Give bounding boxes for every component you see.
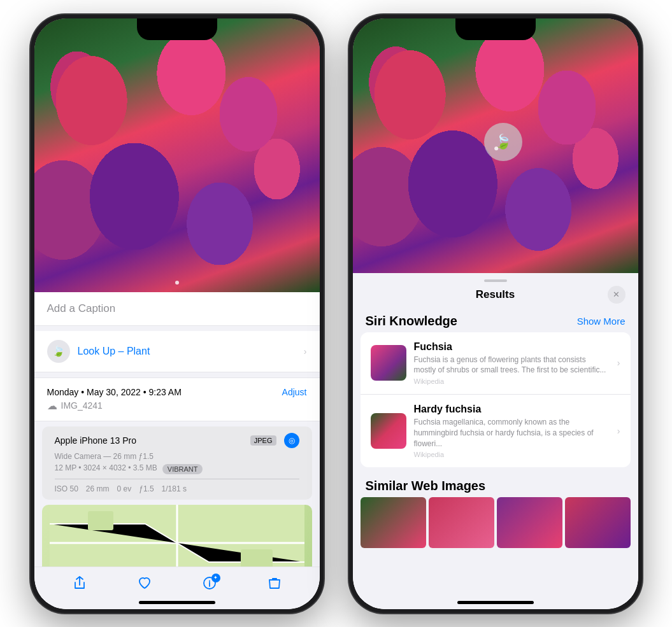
knowledge-item-hardy[interactable]: Hardy fuchsia Fuchsia magellanica, commo… — [361, 394, 631, 467]
notch-2 — [455, 18, 536, 40]
web-image-4[interactable] — [565, 497, 631, 548]
lookup-label: Look Up – Plant — [78, 346, 150, 357]
lookup-chevron: › — [304, 346, 307, 356]
phone-inner-2: 🍃 Results ✕ Siri Knowledge Show More — [353, 18, 638, 609]
phone-inner: Add a Caption 🍃 Look Up – Plant › Monday — [34, 18, 320, 609]
ev-value: 0 ev — [117, 484, 132, 493]
fuchsia-chevron: › — [617, 358, 620, 368]
hardy-text: Hardy fuchsia Fuchsia magellanica, commo… — [414, 404, 610, 458]
knowledge-item-fuchsia[interactable]: Fuchsia Fuchsia is a genus of flowering … — [361, 332, 631, 395]
resolution-row: 12 MP • 3024 × 4032 • 3.5 MB VIBRANT — [55, 463, 299, 475]
filename-row: ☁ IMG_4241 — [47, 400, 307, 412]
hardy-desc: Fuchsia magellanica, commonly known as t… — [414, 417, 610, 449]
phone-screen-2: 🍃 Results ✕ Siri Knowledge Show More — [353, 18, 638, 609]
lookup-row[interactable]: 🍃 Look Up – Plant › — [34, 331, 320, 372]
location-button[interactable]: ◎ — [284, 433, 299, 448]
visual-search-button[interactable]: 🍃 — [484, 123, 522, 161]
hardy-thumbnail — [371, 413, 406, 449]
photo-info-panel: Add a Caption 🍃 Look Up – Plant › Monday — [34, 292, 320, 567]
fuchsia-text: Fuchsia Fuchsia is a genus of flowering … — [414, 341, 610, 386]
fuchsia-desc: Fuchsia is a genus of flowering plants t… — [414, 355, 610, 376]
phone-screen: Add a Caption 🍃 Look Up – Plant › Monday — [34, 18, 320, 609]
adjust-button[interactable]: Adjust — [282, 387, 307, 397]
web-images-section: Similar Web Images — [361, 472, 631, 548]
search-dot — [494, 146, 498, 150]
hardy-chevron: › — [617, 426, 620, 436]
results-sheet: Results ✕ Siri Knowledge Show More — [353, 273, 638, 609]
caption-area[interactable]: Add a Caption — [34, 292, 320, 326]
aperture-value: ƒ1.5 — [139, 484, 154, 493]
show-more-button[interactable]: Show More — [577, 316, 626, 327]
camera-top-row: Apple iPhone 13 Pro JPEG ◎ — [55, 433, 299, 448]
resolution-text: 12 MP • 3024 × 4032 • 3.5 MB — [55, 463, 157, 472]
favorite-button[interactable] — [138, 576, 152, 590]
date-row: Monday • May 30, 2022 • 9:23 AM Adjust — [47, 387, 307, 397]
camera-section: Apple iPhone 13 Pro JPEG ◎ Wide Camera —… — [42, 426, 312, 500]
phone-2: 🍃 Results ✕ Siri Knowledge Show More — [349, 15, 642, 613]
siri-knowledge-title: Siri Knowledge — [366, 314, 457, 328]
camera-model: Apple iPhone 13 Pro — [55, 435, 136, 446]
hardy-source: Wikipedia — [414, 451, 610, 458]
web-image-3[interactable] — [497, 497, 562, 548]
date-text: Monday • May 30, 2022 • 9:23 AM — [47, 387, 182, 397]
notch — [137, 18, 217, 40]
fuchsia-name: Fuchsia — [414, 341, 610, 353]
fuchsia-source: Wikipedia — [414, 377, 610, 385]
cloud-icon: ☁ — [47, 400, 57, 412]
home-indicator-2 — [457, 601, 534, 604]
results-header: Results ✕ — [353, 282, 638, 307]
web-image-1[interactable] — [361, 497, 426, 548]
close-button[interactable]: ✕ — [608, 286, 626, 304]
info-button[interactable]: ✦ — [203, 576, 217, 590]
camera-detail: Wide Camera — 26 mm ƒ1.5 — [55, 452, 299, 461]
home-indicator — [139, 601, 215, 604]
svg-rect-2 — [241, 549, 273, 567]
shutter-value: 1/181 s — [162, 484, 187, 493]
iso-value: ISO 50 — [55, 484, 78, 493]
phone-1: Add a Caption 🍃 Look Up – Plant › Monday — [31, 15, 324, 613]
info-badge: ✦ — [211, 574, 220, 582]
exif-row: ISO 50 26 mm 0 ev ƒ1.5 1/181 s — [55, 479, 299, 493]
map-preview[interactable] — [42, 505, 312, 567]
caption-placeholder[interactable]: Add a Caption — [47, 302, 116, 314]
results-title: Results — [476, 288, 515, 301]
page-dot — [175, 281, 179, 285]
web-images-title: Similar Web Images — [361, 472, 631, 497]
filename: IMG_4241 — [61, 400, 103, 411]
web-image-2[interactable] — [429, 497, 494, 548]
fuchsia-thumbnail — [371, 345, 406, 381]
web-images-row — [361, 497, 631, 548]
delete-button[interactable] — [268, 576, 282, 590]
date-section: Monday • May 30, 2022 • 9:23 AM Adjust ☁… — [34, 377, 320, 421]
vibrant-badge: VIBRANT — [162, 464, 203, 474]
jpeg-badge: JPEG — [250, 435, 276, 446]
results-content: Siri Knowledge Show More Fuchsia Fuchsia… — [353, 307, 638, 609]
photo-view-2[interactable]: 🍃 — [353, 18, 638, 273]
hardy-name: Hardy fuchsia — [414, 404, 610, 415]
siri-knowledge-header: Siri Knowledge Show More — [361, 307, 631, 332]
focal-value: 26 mm — [86, 484, 110, 493]
share-button[interactable] — [73, 576, 87, 590]
photo-view[interactable] — [34, 18, 320, 292]
flower-image — [34, 18, 320, 292]
knowledge-card: Fuchsia Fuchsia is a genus of flowering … — [361, 332, 631, 468]
phones-container: Add a Caption 🍃 Look Up – Plant › Monday — [18, 2, 655, 626]
lookup-icon: 🍃 — [47, 340, 70, 363]
svg-rect-1 — [88, 511, 113, 530]
